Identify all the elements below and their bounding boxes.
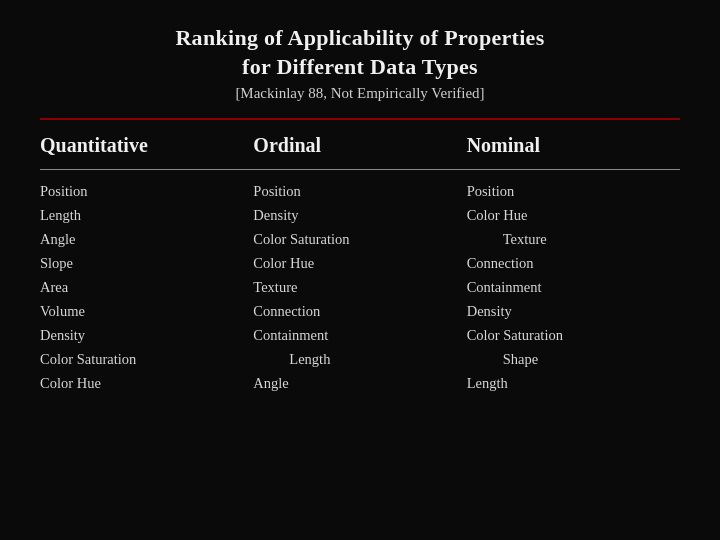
list-item: Shape — [467, 348, 680, 372]
list-item: Position — [253, 180, 466, 204]
list-item: Length — [467, 372, 680, 396]
ordinal-column: Ordinal Position Density Color Saturatio… — [253, 134, 466, 520]
list-item: Volume — [40, 300, 253, 324]
list-item: Color Hue — [253, 252, 466, 276]
nominal-items: Position Color Hue Texture Connection Co… — [467, 180, 680, 395]
nominal-divider — [467, 169, 680, 170]
title-divider — [40, 118, 680, 120]
ordinal-divider — [253, 169, 466, 170]
list-item: Containment — [467, 276, 680, 300]
quantitative-header: Quantitative — [40, 134, 253, 163]
list-item: Containment — [253, 324, 466, 348]
quantitative-column: Quantitative Position Length Angle Slope… — [40, 134, 253, 520]
list-item: Texture — [467, 228, 680, 252]
list-item: Angle — [40, 228, 253, 252]
title-line1: Ranking of Applicability of Properties — [175, 25, 544, 50]
list-item: Position — [40, 180, 253, 204]
list-item: Angle — [253, 372, 466, 396]
main-container: Ranking of Applicability of Properties f… — [0, 0, 720, 540]
list-item: Length — [40, 204, 253, 228]
title-line2: for Different Data Types — [242, 54, 478, 79]
quantitative-divider — [40, 169, 253, 170]
list-item: Density — [253, 204, 466, 228]
ordinal-items: Position Density Color Saturation Color … — [253, 180, 466, 395]
nominal-column: Nominal Position Color Hue Texture Conne… — [467, 134, 680, 520]
ordinal-header: Ordinal — [253, 134, 466, 163]
list-item: Slope — [40, 252, 253, 276]
list-item: Texture — [253, 276, 466, 300]
list-item: Color Hue — [467, 204, 680, 228]
list-item: Color Saturation — [253, 228, 466, 252]
list-item: Length — [253, 348, 466, 372]
columns-container: Quantitative Position Length Angle Slope… — [40, 134, 680, 520]
list-item: Color Saturation — [467, 324, 680, 348]
list-item: Density — [467, 300, 680, 324]
nominal-header: Nominal — [467, 134, 680, 163]
list-item: Position — [467, 180, 680, 204]
main-title: Ranking of Applicability of Properties f… — [40, 24, 680, 81]
quantitative-items: Position Length Angle Slope Area Volume … — [40, 180, 253, 395]
title-section: Ranking of Applicability of Properties f… — [40, 24, 680, 102]
list-item: Color Hue — [40, 372, 253, 396]
list-item: Connection — [253, 300, 466, 324]
list-item: Color Saturation — [40, 348, 253, 372]
list-item: Density — [40, 324, 253, 348]
list-item: Connection — [467, 252, 680, 276]
list-item: Area — [40, 276, 253, 300]
subtitle: [Mackinlay 88, Not Empirically Verified] — [40, 85, 680, 102]
